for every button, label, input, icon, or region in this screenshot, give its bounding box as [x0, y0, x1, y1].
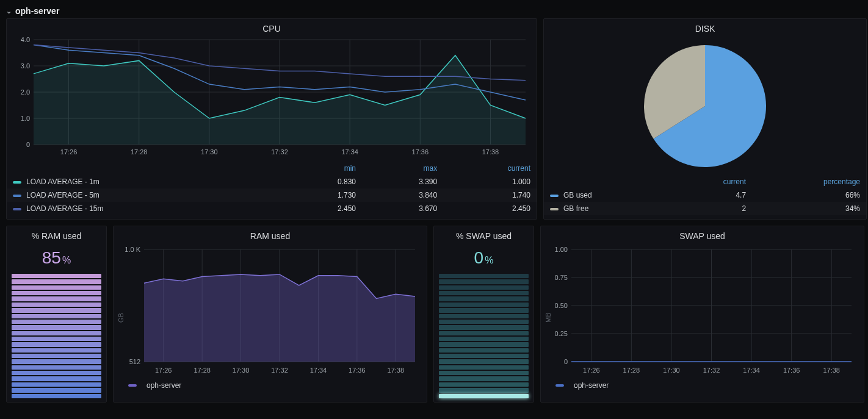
swap-used-ylabel: MB [544, 313, 552, 323]
ram-pct-title: % RAM used [7, 226, 106, 243]
row-header[interactable]: ⌄ oph-server [0, 0, 868, 18]
cpu-hdr-max: max [362, 162, 443, 175]
svg-text:17:32: 17:32 [271, 367, 288, 374]
swap-pct-title: % SWAP used [434, 226, 533, 243]
svg-text:17:30: 17:30 [663, 367, 680, 374]
swap-series-name: oph-server [574, 381, 609, 390]
svg-text:1.00: 1.00 [555, 246, 568, 253]
svg-text:1.0 K: 1.0 K [125, 246, 140, 253]
swap-used-chart[interactable]: 00.250.500.751.0017:2617:2817:3017:3217:… [541, 243, 855, 378]
cpu-hdr-min: min [281, 162, 362, 175]
svg-text:17:30: 17:30 [201, 148, 218, 156]
swap-pct-bars [434, 274, 533, 403]
svg-text:17:38: 17:38 [388, 367, 405, 374]
svg-text:17:30: 17:30 [233, 367, 250, 374]
svg-text:17:36: 17:36 [349, 367, 366, 374]
svg-text:17:34: 17:34 [341, 148, 358, 156]
chevron-down-icon: ⌄ [6, 7, 12, 15]
svg-text:0.25: 0.25 [555, 330, 568, 337]
ram-series-name: oph-server [146, 381, 181, 390]
svg-text:17:36: 17:36 [783, 367, 800, 374]
svg-text:17:28: 17:28 [131, 148, 148, 156]
svg-text:17:38: 17:38 [482, 148, 499, 156]
ram-pct-panel[interactable]: % RAM used 85% [6, 226, 107, 403]
swap-used-title: SWAP used [541, 226, 864, 243]
disk-hdr-current: current [670, 175, 752, 188]
cpu-legend: min max current LOAD AVERAGE - 1m0.8303.… [7, 162, 537, 215]
svg-text:1.0: 1.0 [21, 115, 30, 122]
cpu-chart[interactable]: 01.02.03.04.017:2617:2817:3017:3217:3417… [15, 36, 528, 158]
ram-pct-value: 85% [7, 248, 106, 268]
cpu-legend-row[interactable]: LOAD AVERAGE - 15m2.4503.6702.450 [7, 202, 537, 215]
cpu-hdr-current: current [443, 162, 537, 175]
svg-text:0: 0 [26, 141, 30, 148]
disk-legend-row[interactable]: GB used4.766% [544, 188, 866, 202]
series-swatch [128, 384, 137, 387]
ram-used-title: RAM used [114, 226, 427, 243]
disk-panel[interactable]: DISK current percentage GB used4.766%GB … [543, 18, 867, 220]
svg-text:17:26: 17:26 [60, 148, 78, 156]
svg-text:17:34: 17:34 [743, 367, 760, 374]
svg-text:512: 512 [129, 358, 140, 365]
ram-used-panel[interactable]: RAM used GB 5121.0 K17:2617:2817:3017:32… [113, 226, 427, 403]
cpu-panel[interactable]: CPU 01.02.03.04.017:2617:2817:3017:3217:… [6, 18, 537, 220]
disk-hdr-percentage: percentage [752, 175, 866, 188]
svg-text:17:34: 17:34 [310, 367, 327, 374]
svg-text:17:36: 17:36 [412, 148, 429, 156]
swap-used-panel[interactable]: SWAP used MB 00.250.500.751.0017:2617:28… [540, 226, 864, 403]
disk-pie-chart[interactable] [641, 42, 769, 170]
svg-text:2.0: 2.0 [21, 88, 30, 96]
cpu-title: CPU [7, 19, 537, 36]
ram-used-legend: oph-server [114, 378, 427, 395]
disk-legend-row[interactable]: GB free234% [544, 202, 866, 215]
swap-pct-value: 0% [434, 248, 533, 268]
swap-pct-panel[interactable]: % SWAP used 0% [433, 226, 534, 403]
ram-pct-bars [7, 274, 106, 403]
row-title-text: oph-server [15, 6, 59, 16]
ram-used-chart[interactable]: 5121.0 K17:2617:2817:3017:3217:3417:3617… [114, 243, 419, 378]
swap-used-legend: oph-server [541, 378, 864, 395]
disk-legend: current percentage GB used4.766%GB free2… [544, 175, 866, 215]
svg-text:17:28: 17:28 [623, 367, 640, 374]
svg-text:17:26: 17:26 [583, 367, 600, 374]
svg-text:17:38: 17:38 [823, 367, 840, 374]
svg-text:0.50: 0.50 [555, 302, 568, 309]
svg-text:17:28: 17:28 [193, 367, 211, 374]
svg-text:17:32: 17:32 [703, 367, 720, 374]
svg-text:0: 0 [564, 358, 568, 365]
svg-text:4.0: 4.0 [21, 36, 30, 43]
svg-text:17:26: 17:26 [155, 367, 172, 374]
svg-text:3.0: 3.0 [21, 62, 30, 70]
svg-text:17:32: 17:32 [271, 148, 288, 156]
ram-used-ylabel: GB [117, 313, 125, 323]
cpu-legend-row[interactable]: LOAD AVERAGE - 5m1.7303.8401.740 [7, 188, 537, 202]
disk-title: DISK [544, 19, 866, 36]
series-swatch [555, 384, 564, 387]
cpu-legend-row[interactable]: LOAD AVERAGE - 1m0.8303.3901.000 [7, 175, 537, 188]
svg-text:0.75: 0.75 [555, 274, 568, 281]
